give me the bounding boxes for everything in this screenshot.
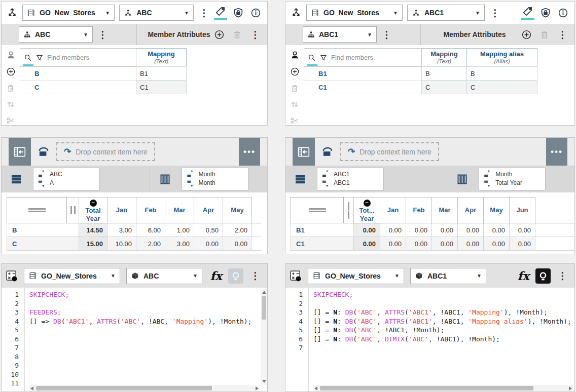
code-line[interactable]: [] = N: DB('ABC', DIMIX('ABC', !ABC1), !… [313, 335, 572, 344]
security-shield-icon[interactable] [233, 7, 244, 18]
scroll-left-arrow[interactable] [30, 386, 33, 390]
scroll-left-arrow[interactable] [314, 386, 317, 390]
scroll-right-arrow[interactable] [256, 386, 259, 390]
column-header[interactable]: Jun [510, 198, 535, 223]
data-cell[interactable]: 0.00 [458, 223, 484, 237]
info-icon[interactable] [558, 8, 568, 18]
row-header-handle[interactable] [291, 198, 344, 223]
column-header[interactable]: Jan [107, 198, 136, 223]
database-select[interactable]: GO_New_Stores ▼ [24, 268, 120, 284]
members-view-icon[interactable] [6, 50, 16, 60]
data-cell[interactable]: 15.00 [79, 237, 107, 251]
data-cell[interactable]: 0.00 [354, 223, 380, 237]
code-line[interactable]: SKIPCHECK; [313, 290, 572, 299]
axis-splitter[interactable] [344, 198, 354, 223]
column-header[interactable]: Feb [406, 198, 432, 223]
row-header[interactable]: B [7, 223, 79, 237]
data-cell[interactable]: 0.00 [406, 223, 432, 237]
save-rules-button[interactable] [228, 268, 243, 284]
data-cell[interactable]: 10.00 [107, 237, 136, 251]
attribute-value-cell[interactable]: C [421, 80, 467, 94]
members-view-icon[interactable] [290, 50, 300, 60]
data-cell[interactable]: 0.50 [194, 223, 223, 237]
scrollbar-thumb[interactable] [36, 386, 212, 390]
data-cell[interactable]: 0.00 [458, 237, 484, 251]
columns-dimension-chip[interactable]: ≡* Month ≡▾ Month [182, 168, 248, 190]
hierarchy-menu-icon[interactable]: ⋮ [381, 30, 392, 40]
overflow-menu-icon[interactable]: ⋮ [198, 8, 210, 18]
member-name[interactable]: C [20, 81, 136, 94]
columns-dimension-chip[interactable]: ≡* Month ≡▾ Total Year [479, 168, 546, 190]
code-area[interactable]: SKIPCHECK; FEEDERS;[] => DB('ABC1', ATTR… [25, 288, 267, 392]
data-cell[interactable]: 1.00 [165, 223, 194, 237]
collapse-consolidation-icon[interactable]: − [90, 200, 97, 207]
bench-icon[interactable] [37, 145, 50, 159]
info-icon[interactable] [250, 8, 261, 18]
data-cell[interactable]: 2.00 [223, 223, 252, 237]
code-area[interactable]: SKIPCHECK; [] = N: DB('ABC', ATTRS('ABC1… [309, 288, 574, 392]
column-header[interactable]: Apr [194, 198, 223, 223]
row-header[interactable]: C [7, 237, 79, 251]
delete-member-icon[interactable] [6, 84, 15, 93]
attributes-menu-icon[interactable]: ⋮ [557, 30, 568, 40]
scrollbar-thumb[interactable] [262, 296, 266, 320]
insert-function-button[interactable]: fx [517, 270, 529, 282]
data-cell[interactable]: 0.00 [432, 237, 458, 251]
insert-function-button[interactable]: fx [210, 270, 222, 282]
filter-icon[interactable] [319, 54, 328, 62]
data-cell[interactable]: 0.00 [354, 237, 380, 251]
code-line[interactable] [29, 299, 265, 308]
column-header[interactable]: Apr [458, 198, 484, 223]
attribute-value-cell[interactable]: C1 [136, 80, 187, 94]
column-header[interactable]: Feb [136, 198, 165, 223]
column-header[interactable]: Mar [165, 198, 194, 223]
overflow-menu-icon[interactable]: ⋮ [249, 271, 261, 281]
rows-dimension-chip[interactable]: ≡* ABC ≡▾ A [33, 168, 100, 190]
bench-icon[interactable] [321, 145, 334, 159]
code-line[interactable]: SKIPCHECK; [29, 290, 265, 299]
dimension-select[interactable]: ABC1 ▼ [407, 5, 485, 21]
data-cell[interactable]: 0.00 [223, 237, 252, 251]
context-drop-zone[interactable]: ↷ Drop context item here [56, 142, 155, 161]
scroll-down-arrow[interactable] [262, 380, 266, 383]
data-cell[interactable]: 3.00 [165, 237, 194, 251]
dimension-select[interactable]: ABC ▼ [119, 5, 194, 21]
attribute-column-header[interactable]: Mapping alias(Alias) [466, 48, 537, 67]
attributes-tab[interactable] [522, 6, 533, 20]
rows-dimension-chip[interactable]: ≡* ABC1 ≡▾ ABC1 [317, 168, 384, 190]
row-header[interactable]: B1 [291, 223, 354, 237]
column-header[interactable]: May [484, 198, 510, 223]
reorder-members-icon[interactable] [6, 100, 15, 109]
data-cell[interactable]: 3.00 [107, 223, 136, 237]
save-rules-button[interactable] [535, 268, 551, 284]
cut-members-icon[interactable] [6, 116, 15, 125]
attribute-column-header[interactable]: Mapping(Text) [136, 48, 187, 67]
delete-attribute-icon[interactable] [232, 30, 242, 40]
column-header[interactable]: Mar [432, 198, 458, 223]
cut-members-icon[interactable] [290, 116, 299, 125]
data-cell[interactable]: 2.00 [136, 237, 165, 251]
find-members-input[interactable]: Find members [304, 48, 422, 67]
member-name[interactable]: B [20, 67, 136, 81]
code-line[interactable]: [] = N: DB('ABC', ATTRS('ABC1', !ABC1, '… [313, 317, 572, 326]
code-line[interactable]: [] => DB('ABC1', ATTRS('ABC', !ABC, 'Map… [29, 317, 265, 326]
search-icon[interactable] [24, 54, 32, 62]
data-cell[interactable]: 0.00 [380, 223, 406, 237]
data-cell[interactable]: 0.00 [380, 237, 406, 251]
rules-code-editor[interactable]: 1234567 SKIPCHECK; [] = N: DB('ABC', ATT… [285, 288, 574, 392]
data-cell[interactable]: 0.00 [194, 237, 223, 251]
data-cell[interactable]: 0.00 [484, 237, 510, 251]
member-name[interactable]: B1 [304, 67, 422, 81]
code-line[interactable]: [] = N: DB('ABC', !ABC1, !Month); [313, 326, 572, 335]
column-header[interactable]: May [223, 198, 252, 223]
collapse-panel-button[interactable] [293, 138, 315, 166]
overflow-menu-button[interactable]: ••• [546, 138, 567, 166]
add-attribute-icon[interactable] [214, 29, 225, 40]
database-select[interactable]: GO_New_Stores ▼ [22, 5, 115, 21]
attributes-menu-icon[interactable]: ⋮ [249, 30, 261, 40]
horizontal-scrollbar[interactable] [29, 385, 260, 391]
attribute-value-cell[interactable]: B [421, 66, 467, 81]
database-select[interactable]: GO_New_Stores ▼ [306, 5, 403, 21]
row-header[interactable]: C1 [291, 237, 354, 251]
member-name[interactable]: C1 [304, 81, 422, 94]
